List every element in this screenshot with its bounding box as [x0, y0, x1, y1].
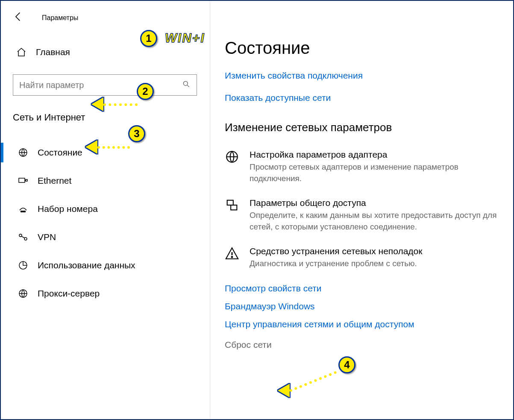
search-icon: [182, 80, 191, 91]
nav-label: Ethernet: [38, 176, 71, 186]
search-box[interactable]: [13, 74, 197, 96]
link-windows-firewall[interactable]: Брандмауэр Windows: [225, 301, 498, 311]
search-input[interactable]: [19, 80, 182, 90]
annotation-badge-3: 3: [128, 125, 145, 142]
option-text: Параметры общего доступа Определите, к к…: [250, 198, 498, 232]
link-network-reset[interactable]: Сброс сети: [225, 340, 272, 350]
app-title: Параметры: [42, 14, 78, 22]
nav-item-status[interactable]: Состояние: [13, 138, 197, 167]
titlebar: Параметры: [13, 9, 197, 27]
section-header: Сеть и Интернет: [13, 112, 197, 123]
warning-icon: [225, 246, 240, 261]
option-title: Параметры общего доступа: [250, 198, 498, 208]
option-adapter-settings[interactable]: Настройка параметров адаптера Просмотр с…: [225, 150, 498, 184]
nav-label: Прокси-сервер: [38, 288, 100, 299]
option-title: Средство устранения сетевых неполадок: [250, 246, 422, 256]
nav-item-proxy[interactable]: Прокси-сервер: [13, 279, 197, 308]
page-title: Состояние: [225, 38, 498, 58]
link-network-properties[interactable]: Просмотр свойств сети: [225, 283, 498, 294]
svg-point-5: [23, 211, 24, 212]
svg-rect-2: [19, 178, 25, 182]
nav-label: VPN: [38, 232, 56, 242]
svg-rect-13: [231, 205, 237, 210]
adapter-icon: [225, 150, 240, 165]
option-title: Настройка параметров адаптера: [250, 150, 498, 160]
option-desc: Просмотр сетевых адаптеров и изменение п…: [250, 162, 498, 184]
option-desc: Диагностика и устранение проблем с сетью…: [250, 258, 422, 270]
nav-item-ethernet[interactable]: Ethernet: [13, 167, 197, 195]
link-network-sharing-center[interactable]: Центр управления сетями и общим доступом: [225, 319, 498, 329]
option-text: Настройка параметров адаптера Просмотр с…: [250, 150, 498, 184]
option-sharing-settings[interactable]: Параметры общего доступа Определите, к к…: [225, 198, 498, 232]
nav-item-vpn[interactable]: VPN: [13, 223, 197, 251]
ethernet-icon: [18, 176, 28, 186]
option-text: Средство устранения сетевых неполадок Ди…: [250, 246, 422, 270]
vpn-icon: [18, 232, 28, 242]
svg-point-0: [183, 81, 188, 85]
annotation-arrow-3: [85, 140, 97, 154]
annotation-badge-2: 2: [137, 83, 154, 100]
svg-point-6: [24, 211, 26, 212]
svg-rect-3: [26, 179, 27, 181]
annotation-arrow-4: [278, 384, 290, 397]
option-troubleshoot[interactable]: Средство устранения сетевых неполадок Ди…: [225, 246, 498, 270]
dialup-icon: [18, 204, 28, 214]
annotation-hotkey: WIN+I: [164, 31, 206, 45]
annotation-badge-4: 4: [338, 356, 355, 373]
svg-rect-12: [227, 200, 233, 205]
proxy-icon: [18, 288, 28, 299]
home-icon: [16, 47, 26, 57]
globe-icon: [18, 147, 28, 158]
data-usage-icon: [18, 260, 28, 270]
nav-label: Использование данных: [38, 260, 135, 270]
main-content: Состояние Изменить свойства подключения …: [212, 1, 513, 419]
annotation-badge-1: 1: [140, 30, 157, 47]
link-show-available-networks[interactable]: Показать доступные сети: [225, 93, 498, 103]
back-button[interactable]: [13, 11, 30, 25]
nav-list: Состояние Ethernet Набор номера VPN Испо…: [13, 138, 197, 308]
nav-item-dialup[interactable]: Набор номера: [13, 195, 197, 223]
sharing-icon: [225, 198, 240, 213]
link-change-connection-props[interactable]: Изменить свойства подключения: [225, 70, 498, 81]
annotation-arrow-2: [91, 97, 103, 111]
svg-point-14: [232, 256, 233, 258]
home-button[interactable]: Главная: [16, 43, 197, 62]
sidebar: Параметры Главная Сеть и Интернет Состоя…: [1, 1, 210, 419]
home-label: Главная: [36, 47, 70, 57]
option-desc: Определите, к каким данным вы хотите пре…: [250, 210, 498, 232]
nav-label: Набор номера: [38, 204, 98, 214]
nav-label: Состояние: [38, 147, 82, 158]
svg-point-4: [21, 211, 22, 212]
nav-item-data-usage[interactable]: Использование данных: [13, 251, 197, 279]
change-settings-heading: Изменение сетевых параметров: [225, 121, 498, 134]
